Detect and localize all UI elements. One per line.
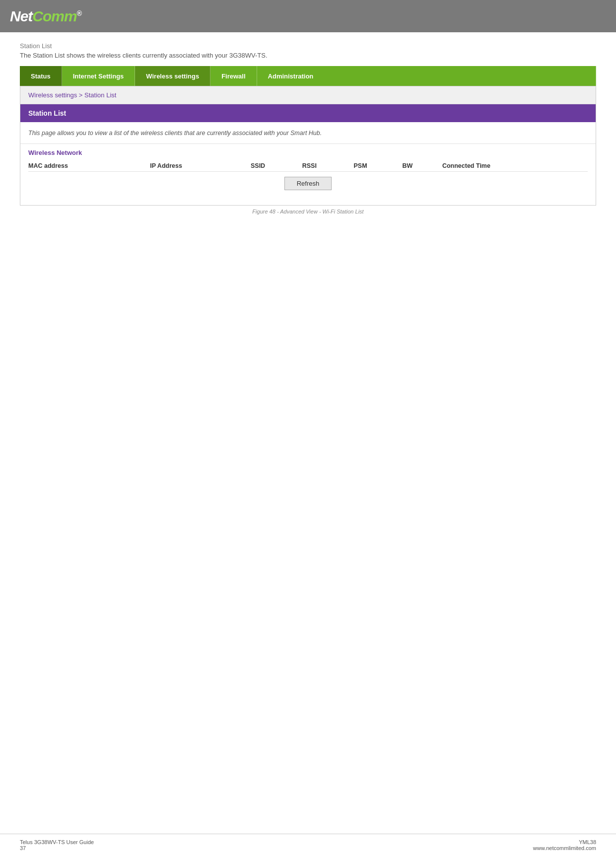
col-ssid: SSID (251, 160, 302, 172)
nav-item-internet[interactable]: Internet Settings (62, 66, 136, 86)
button-row: Refresh (28, 172, 588, 197)
nav-item-firewall[interactable]: Firewall (210, 66, 257, 86)
col-psm: PSM (354, 160, 403, 172)
col-bw: BW (402, 160, 442, 172)
col-ip: IP Address (150, 160, 251, 172)
main-panel: Wireless settings > Station List Station… (20, 86, 596, 206)
page-description: The Station List shows the wireless clie… (20, 52, 596, 59)
footer-website: www.netcommlimited.com (533, 845, 596, 851)
section-description: This page allows you to view a list of t… (28, 130, 322, 137)
logo-reg-part: ® (77, 9, 81, 17)
footer-page-number: 37 (20, 845, 94, 851)
breadcrumb-bar: Wireless settings > Station List (20, 86, 596, 104)
nav-item-admin[interactable]: Administration (257, 66, 596, 86)
col-rssi: RSSI (302, 160, 354, 172)
footer-doc-code: YML38 (533, 839, 596, 845)
nav-bar: Status Internet Settings Wireless settin… (20, 66, 596, 86)
wireless-network-label: Wireless Network (28, 149, 588, 156)
nav-item-status[interactable]: Status (20, 66, 62, 86)
footer-guide-title: Telus 3G38WV-TS User Guide (20, 839, 94, 845)
footer-left: Telus 3G38WV-TS User Guide 37 (20, 839, 94, 851)
footer-right: YML38 www.netcommlimited.com (533, 839, 596, 851)
col-mac: MAC address (28, 160, 150, 172)
page-title: Station List (20, 42, 596, 50)
breadcrumb: Wireless settings > Station List (28, 91, 116, 99)
logo-comm-part: Comm (32, 8, 76, 24)
section-title: Station List (28, 109, 66, 117)
logo-text: NetComm® (10, 8, 81, 25)
page-content: Station List The Station List shows the … (0, 32, 616, 229)
section-body: This page allows you to view a list of t… (20, 122, 596, 144)
table-area: Wireless Network MAC address IP Address … (20, 144, 596, 205)
footer: Telus 3G38WV-TS User Guide 37 YML38 www.… (0, 834, 616, 856)
station-table: MAC address IP Address SSID RSSI PSM BW … (28, 160, 588, 172)
logo-net-part: Net (10, 8, 32, 24)
logo: NetComm® (10, 8, 81, 25)
page-title-section: Station List The Station List shows the … (20, 42, 596, 59)
header: NetComm® (0, 0, 616, 32)
figure-caption: Figure 48 - Advanced View - Wi-Fi Statio… (20, 206, 596, 219)
nav-item-wireless[interactable]: Wireless settings (135, 66, 210, 86)
table-header-row: MAC address IP Address SSID RSSI PSM BW … (28, 160, 588, 172)
refresh-button[interactable]: Refresh (284, 177, 332, 190)
section-header: Station List (20, 104, 596, 122)
col-connected: Connected Time (442, 160, 588, 172)
